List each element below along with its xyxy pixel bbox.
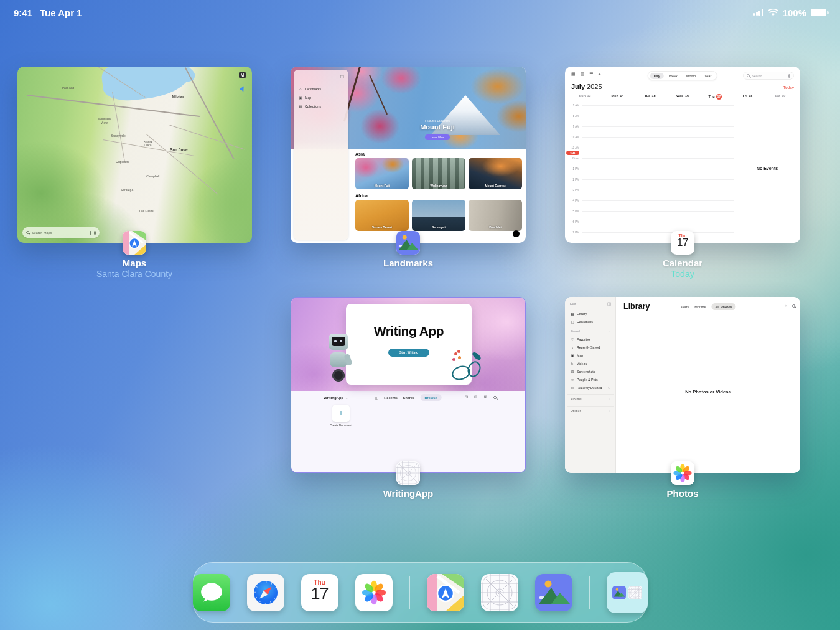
sidebar-item-icon: ▣ — [299, 96, 302, 100]
day-name: Fri — [743, 94, 747, 98]
map-city-label: Milpitas — [172, 95, 184, 98]
landmark-thumbnail: Sahara Desert — [355, 200, 409, 231]
dock-recent-app-pair[interactable] — [607, 572, 648, 613]
calendar-card-label[interactable]: Thu 17 Calendar Today — [628, 231, 737, 279]
empty-state-message: No Photos or Videos — [616, 389, 800, 395]
status-time: 9:41 — [14, 7, 32, 18]
landmark-name: Mount Fuji — [355, 184, 409, 187]
sidebar-item-icon: ▤ — [299, 105, 302, 108]
maps-app-card[interactable]: Palo Alto Mountain View Sunnyvale Santa … — [17, 67, 252, 243]
month-name: July — [571, 83, 585, 90]
browser-tabs: ◫ Recents Shared Browse — [375, 394, 442, 401]
map-city-label: Los Gatos — [139, 209, 154, 213]
photos-app-card[interactable]: Edit ◫ ▦ Library ▢ Collections Pinned ⌄ — [565, 297, 800, 473]
segment-option: Years — [680, 305, 689, 309]
item-label: Collections — [577, 320, 593, 324]
time-label: 7 PM — [565, 231, 579, 234]
calendar-month-title: July 2025 — [571, 83, 602, 90]
dock-calendar-icon[interactable]: Thu 17 — [301, 574, 338, 611]
item-icon: ▢ — [571, 320, 574, 324]
photos-sidebar-item: ⊞ Screenshots — [567, 367, 614, 375]
landmark-name: Deadvlei — [469, 226, 522, 229]
photos-actions: ◌ — [785, 304, 795, 308]
pinned-header: Pinned ⌄ — [567, 330, 614, 333]
app-name: Maps — [80, 258, 189, 268]
featured-kicker: Featured Landmark — [394, 120, 481, 123]
app-name: Landmarks — [353, 258, 463, 268]
time-label: 10 AM — [565, 136, 579, 139]
time-row: 7 AM — [565, 105, 800, 116]
chevron-down-icon: ⌄ — [608, 330, 610, 333]
item-icon: ♡ — [571, 337, 574, 341]
landmark-name: Wulingyuan — [412, 184, 465, 187]
map-city-label: Mountain View — [95, 118, 113, 125]
landmark-name: Sahara Desert — [355, 226, 409, 229]
search-icon — [26, 231, 29, 234]
dock-safari-icon[interactable] — [247, 574, 284, 611]
dock-writingapp-icon[interactable] — [481, 574, 518, 611]
plant-illustration — [450, 352, 483, 390]
robot-illustration — [326, 334, 355, 390]
blossom-branch — [369, 75, 388, 115]
pinned-header-label: Pinned — [571, 330, 580, 333]
cellular-signal-icon — [753, 9, 763, 16]
photos-card-label[interactable]: Photos — [628, 461, 737, 499]
day-name: Sat — [775, 94, 780, 98]
view-option: Year — [701, 73, 715, 79]
photos-sidebar: Edit ◫ ▦ Library ▢ Collections Pinned ⌄ — [565, 297, 616, 473]
dock-messages-icon[interactable] — [193, 574, 230, 611]
tab: Shared — [403, 396, 415, 400]
app-subtitle: Santa Clara County — [80, 269, 189, 279]
chevron-right-icon: › — [609, 409, 610, 413]
time-label: 5 PM — [565, 210, 579, 213]
window-title-text: WritingApp — [324, 396, 343, 400]
dock-divider — [589, 576, 590, 609]
writingapp-card-label[interactable]: WritingApp — [353, 461, 463, 499]
writingapp-app-icon — [396, 461, 420, 485]
section-title-asia: Asia — [355, 152, 365, 156]
segment-option: Months — [694, 305, 706, 309]
photos-view-switcher: Years Months All Photos — [680, 303, 735, 310]
app-switcher-screen: 9:41 Tue Apr 1 100% Palo Alto Mountain V… — [0, 0, 840, 630]
time-label: 1 PM — [565, 167, 579, 171]
current-time-pill: 9:41 — [566, 151, 579, 155]
landmark-thumbnail: Deadvlei — [469, 200, 522, 231]
time-label: 2 PM — [565, 178, 579, 181]
writingapp-app-card[interactable]: Writing App Start Writing WritingApp ⌄ ◫… — [291, 297, 526, 473]
search-icon — [792, 304, 795, 308]
landmarks-app-card[interactable]: Featured Landmark Mount Fuji Learn More … — [291, 67, 526, 243]
library-title: Library — [623, 302, 650, 311]
mini-landmarks-icon — [612, 586, 626, 599]
inbox-icon: ▥ — [581, 72, 585, 77]
app-name: WritingApp — [353, 488, 463, 499]
day-name: Sun — [579, 94, 586, 98]
landmarks-card-label[interactable]: Landmarks — [353, 231, 463, 268]
view-option: Day — [650, 73, 664, 79]
photos-sidebar-item: ▷ Videos — [567, 359, 614, 367]
select-icon: ⊡ — [465, 395, 468, 400]
lock-icon: ▢ — [608, 386, 610, 389]
dock-maps-icon[interactable] — [427, 574, 464, 611]
dock-landmarks-icon[interactable] — [535, 574, 572, 611]
item-label: Map — [577, 354, 583, 357]
maps-card-label[interactable]: Maps Santa Clara County — [80, 231, 189, 279]
no-events-message: No Events — [734, 166, 800, 171]
item-icon: ⊞ — [571, 370, 574, 374]
day-header-cell: Wed 16 — [666, 94, 699, 100]
photos-sidebar-item: ▦ Library — [567, 309, 614, 317]
time-label: 4 PM — [565, 199, 579, 202]
asia-thumbnails: Mount Fuji Wulingyuan Mount Everest — [355, 158, 522, 189]
app-name: Calendar — [628, 258, 737, 268]
search-icon — [747, 74, 750, 77]
app-subtitle: Today — [628, 269, 737, 279]
calendar-toolbar: ▦ ▥ ☰ + — [571, 72, 601, 77]
calendar-app-card[interactable]: ▦ ▥ ☰ + Day Week Month Year Search July … — [565, 67, 800, 243]
item-icon: ▣ — [571, 354, 574, 357]
item-icon: ↓ — [571, 346, 574, 349]
header-divider — [565, 103, 800, 103]
photos-app-icon — [671, 461, 694, 485]
time-row: 4 PM — [565, 200, 800, 211]
dock-photos-icon[interactable] — [355, 574, 393, 611]
create-document-tile: + — [332, 405, 350, 422]
item-label: Recently Deleted — [577, 386, 602, 390]
